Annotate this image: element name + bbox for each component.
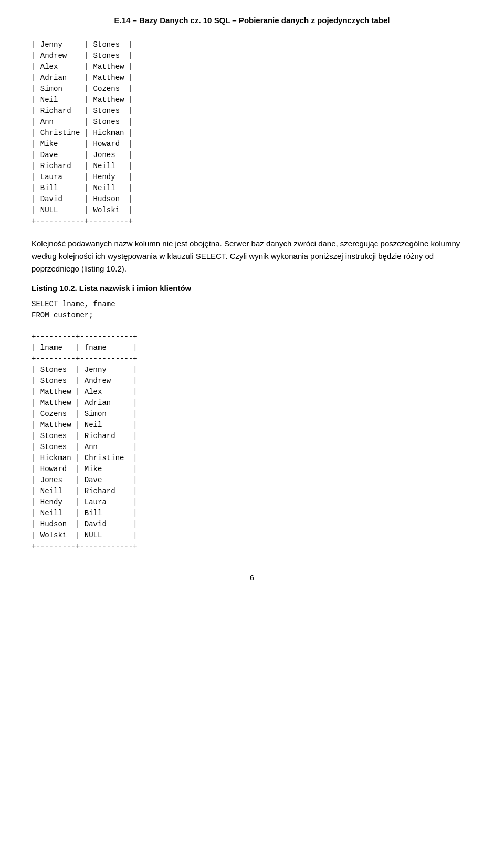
page-title: E.14 – Bazy Danych cz. 10 SQL – Pobieran… <box>32 16 472 25</box>
second-table-block: +---------+------------+ | lname | fname… <box>32 331 472 552</box>
page-number: 6 <box>32 573 472 582</box>
listing-label: Listing 10.2. Lista nazwisk i imion klie… <box>32 284 472 293</box>
sql-code-block: SELECT lname, fname FROM customer; <box>32 299 472 321</box>
paragraph-column-order: Kolejność podawanych nazw kolumn nie jes… <box>32 237 472 275</box>
first-table-block: | Jenny | Stones | | Andrew | Stones | |… <box>32 39 472 227</box>
